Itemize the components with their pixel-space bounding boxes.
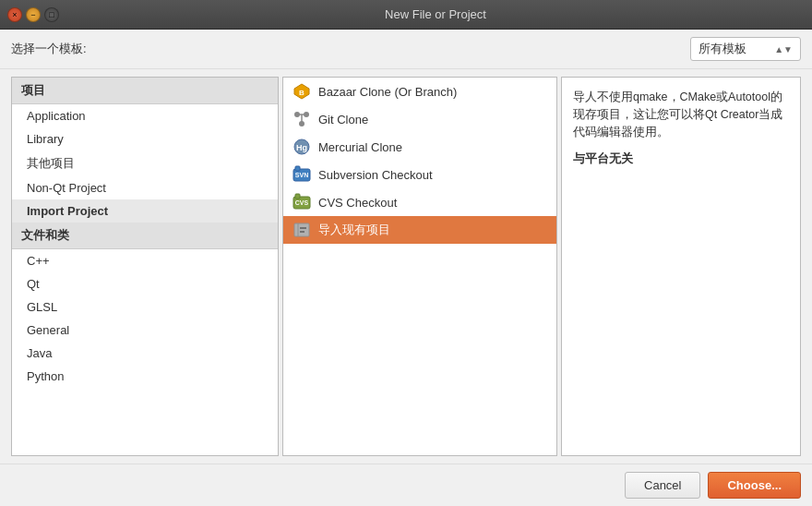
top-bar: 选择一个模板: 所有模板 ▲▼	[0, 30, 812, 69]
svg-text:B: B	[299, 89, 304, 97]
maximize-button[interactable]: □	[44, 7, 59, 22]
cancel-button[interactable]: Cancel	[625, 472, 700, 499]
sidebar-item-other-project[interactable]: 其他项目	[12, 151, 278, 176]
svg-text:SVN: SVN	[295, 172, 308, 178]
svn-icon: SVN	[293, 165, 311, 184]
list-item-git-label: Git Clone	[318, 113, 368, 126]
sidebar-item-library[interactable]: Library	[12, 127, 278, 151]
list-item-import-label: 导入现有项目	[318, 222, 390, 238]
list-item-bazaar[interactable]: B Bazaar Clone (Or Branch)	[283, 78, 556, 105]
section-header-project: 项目	[12, 78, 278, 104]
list-item-import[interactable]: 导入现有项目	[283, 216, 556, 244]
svg-rect-15	[294, 223, 309, 236]
middle-panel: B Bazaar Clone (Or Branch) Git Clone	[282, 77, 557, 456]
list-item-svn[interactable]: SVN Subversion Checkout	[283, 161, 556, 188]
sidebar-item-cpp[interactable]: C++	[12, 249, 278, 272]
right-panel-description: 导人不使用qmake，CMake或Autotool的现存项目，这让您可以将Qt …	[573, 89, 789, 140]
left-panel: 项目 Application Library 其他项目 Non-Qt Proje…	[11, 77, 279, 456]
right-panel-tag: 与平台无关	[573, 150, 789, 168]
svg-text:Hg: Hg	[296, 143, 307, 152]
sidebar-item-import[interactable]: Import Project	[12, 199, 278, 223]
svg-rect-13	[295, 194, 300, 199]
minimize-button[interactable]: −	[26, 7, 41, 22]
mercurial-icon: Hg	[293, 138, 311, 156]
git-icon	[293, 110, 311, 128]
list-item-git[interactable]: Git Clone	[283, 105, 556, 133]
section-header-files: 文件和类	[12, 223, 278, 249]
svg-rect-18	[300, 231, 304, 233]
sidebar-item-java[interactable]: Java	[12, 342, 278, 365]
sidebar-item-qt[interactable]: Qt	[12, 272, 278, 295]
svg-rect-10	[295, 166, 300, 171]
sidebar-item-python[interactable]: Python	[12, 365, 278, 388]
list-item-mercurial[interactable]: Hg Mercurial Clone	[283, 133, 556, 161]
import-icon	[293, 221, 311, 239]
choose-button[interactable]: Choose...	[708, 472, 801, 499]
svg-rect-17	[300, 227, 306, 229]
bottom-bar: Cancel Choose...	[0, 464, 812, 506]
window-controls[interactable]: × − □	[7, 7, 59, 22]
list-item-bazaar-label: Bazaar Clone (Or Branch)	[318, 85, 457, 99]
list-item-mercurial-label: Mercurial Clone	[318, 140, 402, 154]
svg-text:CVS: CVS	[295, 199, 309, 206]
template-label: 选择一个模板:	[11, 41, 87, 57]
title-bar: × − □ New File or Project	[0, 0, 812, 30]
chevron-down-icon: ▲▼	[774, 44, 793, 54]
list-item-cvs[interactable]: CVS CVS Checkout	[283, 188, 556, 216]
template-dropdown-value: 所有模板	[699, 41, 770, 57]
window-title: New File or Project	[66, 7, 805, 21]
sidebar-item-general[interactable]: General	[12, 319, 278, 342]
sidebar-item-application[interactable]: Application	[12, 104, 278, 127]
template-dropdown[interactable]: 所有模板 ▲▼	[690, 37, 801, 61]
sidebar-item-glsl[interactable]: GLSL	[12, 295, 278, 319]
content-area: 项目 Application Library 其他项目 Non-Qt Proje…	[0, 69, 812, 464]
list-item-svn-label: Subversion Checkout	[318, 168, 433, 182]
dialog: 选择一个模板: 所有模板 ▲▼ 项目 Application Library 其…	[0, 30, 812, 506]
list-item-cvs-label: CVS Checkout	[318, 196, 397, 210]
sidebar-item-nonqt[interactable]: Non-Qt Project	[12, 176, 278, 199]
cvs-icon: CVS	[293, 193, 311, 211]
close-button[interactable]: ×	[7, 7, 22, 22]
right-panel: 导人不使用qmake，CMake或Autotool的现存项目，这让您可以将Qt …	[561, 77, 801, 456]
bazaar-icon: B	[293, 82, 311, 101]
